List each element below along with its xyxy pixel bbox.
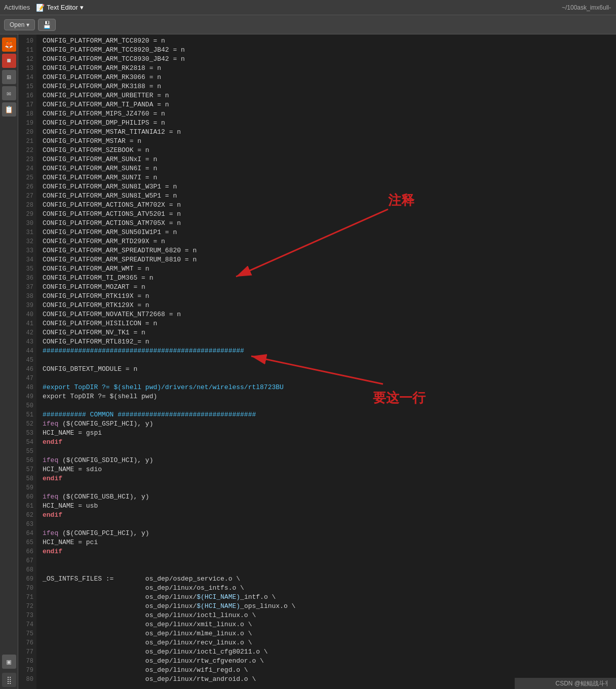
dropdown-arrow[interactable]: ▾: [80, 4, 84, 11]
main-layout: 🦊 ■ ⊞ ✉ 📋 ▣ ⣿ 10111213141516171819202122…: [0, 34, 616, 689]
save-button[interactable]: 💾: [38, 19, 56, 31]
activities-label[interactable]: Activities: [4, 4, 30, 11]
sidebar-icon-1[interactable]: ■: [2, 54, 16, 68]
sidebar-terminal-icon[interactable]: ▣: [2, 655, 16, 669]
line-numbers: 1011121314151617181920212223242526272829…: [18, 34, 36, 689]
sidebar-icon-3[interactable]: ✉: [2, 86, 16, 100]
filepath: ~/100ask_imx6ull-: [562, 4, 611, 11]
sidebar-icon-4[interactable]: 📋: [2, 102, 16, 117]
topbar: Activities 📝 Text Editor ▾ ~/100ask_imx6…: [0, 0, 616, 15]
sidebar: 🦊 ■ ⊞ ✉ 📋 ▣ ⣿: [0, 34, 18, 689]
app-icon: 📝: [36, 4, 45, 12]
code-area[interactable]: 1011121314151617181920212223242526272829…: [18, 34, 616, 689]
credit-text: CSDN @鲲鲲战斗丬: [555, 679, 611, 688]
sidebar-apps-icon[interactable]: ⣿: [2, 673, 16, 687]
sidebar-firefox-icon[interactable]: 🦊: [2, 37, 16, 52]
app-title[interactable]: 📝 Text Editor ▾: [36, 4, 83, 12]
code-content[interactable]: CONFIG_PLATFORM_ARM_TCC8920 = nCONFIG_PL…: [36, 34, 616, 689]
toolbar: Open ▾ 💾: [0, 15, 616, 34]
bottombar: CSDN @鲲鲲战斗丬: [515, 678, 616, 689]
open-button[interactable]: Open ▾: [4, 19, 35, 30]
sidebar-icon-2[interactable]: ⊞: [2, 70, 16, 84]
app-title-text: Text Editor: [47, 4, 78, 11]
